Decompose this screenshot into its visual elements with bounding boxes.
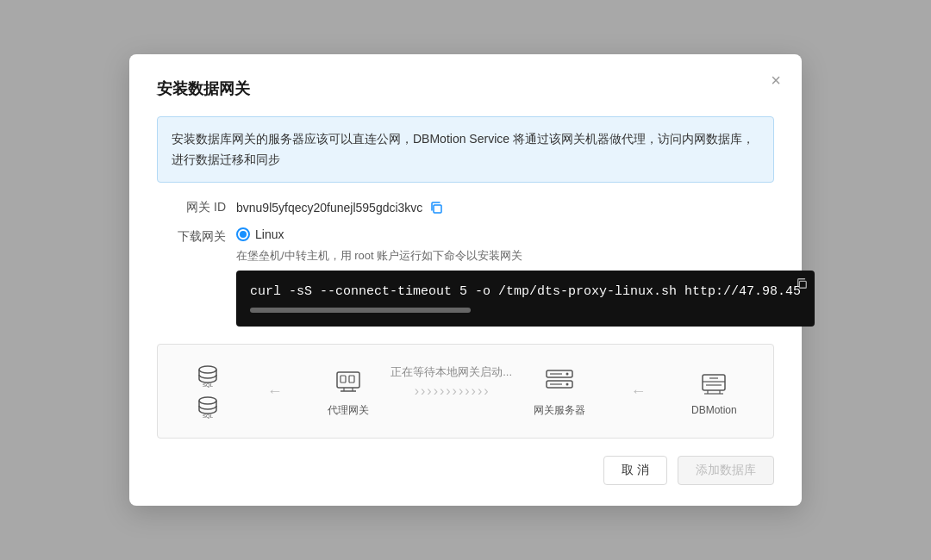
db-icon-2: SQL	[194, 393, 222, 420]
gateway-server-label: 网关服务器	[534, 403, 585, 418]
diagram-section: SQL SQL ←	[157, 344, 774, 439]
gateway-id-label: 网关 ID	[157, 200, 226, 215]
radio-dot-inner	[240, 231, 247, 238]
info-banner: 安装数据库网关的服务器应该可以直连公网，DBMotion Service 将通过…	[157, 116, 774, 184]
add-database-button[interactable]: 添加数据库	[678, 456, 774, 485]
proxy-gateway-label: 代理网关	[328, 403, 369, 418]
dbmotion-icon	[697, 366, 730, 399]
svg-rect-7	[341, 376, 346, 383]
gateway-server-icon	[543, 365, 576, 398]
svg-point-14	[566, 372, 569, 375]
arrow-section: 正在等待本地网关启动... ›››› ›››› ››››	[415, 383, 489, 399]
close-button[interactable]: ×	[771, 72, 781, 89]
linux-option[interactable]: Linux	[236, 227, 815, 241]
gateway-id-row: 网关 ID bvnu9l5yfqecy20funejl595gdci3kvc	[157, 200, 774, 215]
svg-rect-18	[703, 375, 725, 390]
download-content: Linux 在堡垒机/中转主机，用 root 账户运行如下命令以安装网关 cur…	[236, 227, 815, 330]
db-icon-1: SQL	[194, 362, 222, 389]
linux-radio[interactable]	[236, 227, 250, 241]
svg-rect-0	[434, 205, 441, 213]
linux-label: Linux	[255, 227, 284, 241]
svg-point-4	[199, 397, 216, 404]
copy-gateway-id-icon[interactable]	[429, 201, 443, 215]
svg-text:SQL: SQL	[203, 414, 214, 419]
proxy-gateway-item: 代理网关	[328, 365, 369, 418]
modal-dialog: 安装数据网关 × 安装数据库网关的服务器应该可以直连公网，DBMotion Se…	[129, 54, 802, 507]
install-hint: 在堡垒机/中转主机，用 root 账户运行如下命令以安装网关	[236, 248, 815, 264]
gateway-id-value: bvnu9l5yfqecy20funejl595gdci3kvc	[236, 201, 443, 215]
download-label: 下载网关	[157, 227, 226, 245]
scrollbar-thumb[interactable]	[250, 308, 471, 313]
modal-overlay: 安装数据网关 × 安装数据库网关的服务器应该可以直连公网，DBMotion Se…	[0, 0, 931, 560]
footer-buttons: 取 消 添加数据库	[157, 456, 774, 485]
svg-rect-1	[799, 282, 806, 289]
command-text: curl -sS --connect-timeout 5 -o /tmp/dts…	[250, 284, 801, 299]
dbmotion-label: DBMotion	[691, 404, 737, 416]
dbmotion-item: DBMotion	[691, 366, 737, 416]
modal-title: 安装数据网关	[157, 78, 774, 99]
db-source-item: SQL SQL	[194, 362, 222, 420]
svg-point-2	[199, 366, 216, 373]
arrow-left-dbmotion: ←	[631, 383, 647, 401]
command-block: curl -sS --connect-timeout 5 -o /tmp/dts…	[236, 271, 815, 327]
gateway-server-item: 网关服务器	[534, 365, 585, 418]
cancel-button[interactable]: 取 消	[603, 456, 667, 485]
chevron-arrows: ›››› ›››› ››››	[415, 383, 489, 399]
download-row: 下载网关 Linux 在堡垒机/中转主机，用 root 账户运行如下命令以安装网…	[157, 227, 774, 330]
arrow-left-db: ←	[267, 383, 283, 401]
svg-text:SQL: SQL	[203, 383, 214, 388]
proxy-gateway-icon	[332, 365, 365, 398]
copy-command-icon[interactable]	[796, 277, 808, 292]
status-text: 正在等待本地网关启动...	[391, 364, 512, 380]
svg-rect-8	[349, 376, 354, 383]
svg-point-15	[566, 383, 569, 385]
